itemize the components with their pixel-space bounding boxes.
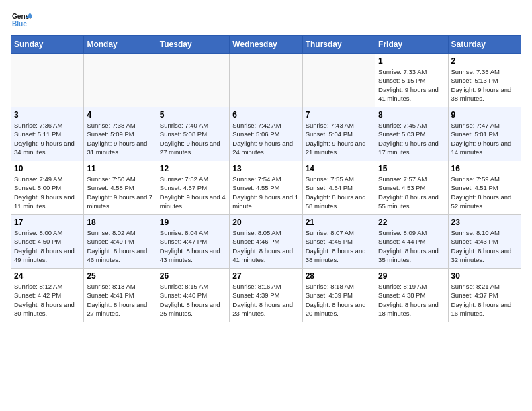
day-number: 9 bbox=[451, 110, 518, 120]
day-number: 6 bbox=[232, 110, 299, 120]
calendar-cell: 4Sunrise: 7:38 AM Sunset: 5:09 PM Daylig… bbox=[84, 107, 157, 161]
day-info: Sunrise: 7:54 AM Sunset: 4:55 PM Dayligh… bbox=[232, 175, 299, 210]
day-info: Sunrise: 8:18 AM Sunset: 4:39 PM Dayligh… bbox=[306, 282, 372, 318]
weekday-wednesday: Wednesday bbox=[230, 36, 302, 54]
day-info: Sunrise: 7:35 AM Sunset: 5:13 PM Dayligh… bbox=[451, 67, 518, 103]
calendar-cell: 26Sunrise: 8:15 AM Sunset: 4:40 PM Dayli… bbox=[157, 269, 229, 322]
calendar-cell: 5Sunrise: 7:40 AM Sunset: 5:08 PM Daylig… bbox=[157, 107, 229, 161]
calendar-cell: 8Sunrise: 7:45 AM Sunset: 5:03 PM Daylig… bbox=[375, 107, 448, 161]
day-number: 16 bbox=[451, 164, 518, 173]
calendar-cell: 9Sunrise: 7:47 AM Sunset: 5:01 PM Daylig… bbox=[448, 107, 521, 161]
day-number: 21 bbox=[306, 218, 372, 227]
calendar-body: 1Sunrise: 7:33 AM Sunset: 5:15 PM Daylig… bbox=[11, 54, 521, 322]
calendar-cell: 16Sunrise: 7:59 AM Sunset: 4:51 PM Dayli… bbox=[448, 161, 521, 215]
weekday-saturday: Saturday bbox=[448, 36, 521, 54]
day-info: Sunrise: 7:50 AM Sunset: 4:58 PM Dayligh… bbox=[87, 175, 153, 210]
weekday-header: SundayMondayTuesdayWednesdayThursdayFrid… bbox=[11, 36, 521, 54]
day-info: Sunrise: 8:15 AM Sunset: 4:40 PM Dayligh… bbox=[160, 282, 226, 318]
calendar-cell bbox=[230, 54, 302, 107]
weekday-friday: Friday bbox=[375, 36, 448, 54]
logo: General Blue bbox=[11, 11, 35, 30]
calendar-cell bbox=[84, 54, 157, 107]
day-info: Sunrise: 8:16 AM Sunset: 4:39 PM Dayligh… bbox=[232, 282, 299, 318]
day-info: Sunrise: 7:59 AM Sunset: 4:51 PM Dayligh… bbox=[451, 175, 518, 210]
day-info: Sunrise: 7:55 AM Sunset: 4:54 PM Dayligh… bbox=[306, 175, 372, 210]
calendar-cell bbox=[11, 54, 84, 107]
calendar-cell: 6Sunrise: 7:42 AM Sunset: 5:06 PM Daylig… bbox=[230, 107, 302, 161]
day-number: 17 bbox=[14, 218, 81, 227]
weekday-tuesday: Tuesday bbox=[157, 36, 229, 54]
day-info: Sunrise: 7:49 AM Sunset: 5:00 PM Dayligh… bbox=[14, 175, 81, 210]
calendar-cell: 27Sunrise: 8:16 AM Sunset: 4:39 PM Dayli… bbox=[230, 269, 302, 322]
calendar-cell: 1Sunrise: 7:33 AM Sunset: 5:15 PM Daylig… bbox=[375, 54, 448, 107]
day-number: 2 bbox=[451, 56, 518, 66]
calendar-cell: 29Sunrise: 8:19 AM Sunset: 4:38 PM Dayli… bbox=[375, 269, 448, 322]
day-number: 1 bbox=[378, 56, 445, 66]
day-info: Sunrise: 8:21 AM Sunset: 4:37 PM Dayligh… bbox=[451, 282, 518, 318]
calendar-cell: 14Sunrise: 7:55 AM Sunset: 4:54 PM Dayli… bbox=[302, 161, 375, 215]
calendar-cell bbox=[302, 54, 375, 107]
day-number: 7 bbox=[306, 110, 372, 120]
day-number: 14 bbox=[306, 164, 372, 173]
day-number: 4 bbox=[87, 110, 153, 120]
page-header: General Blue bbox=[11, 11, 521, 30]
day-info: Sunrise: 7:33 AM Sunset: 5:15 PM Dayligh… bbox=[378, 67, 445, 103]
day-number: 5 bbox=[160, 110, 226, 120]
calendar-cell: 19Sunrise: 8:04 AM Sunset: 4:47 PM Dayli… bbox=[157, 215, 229, 269]
day-number: 24 bbox=[14, 271, 81, 281]
day-info: Sunrise: 8:00 AM Sunset: 4:50 PM Dayligh… bbox=[14, 228, 81, 264]
day-number: 25 bbox=[87, 271, 153, 281]
day-info: Sunrise: 8:13 AM Sunset: 4:41 PM Dayligh… bbox=[87, 282, 153, 318]
day-info: Sunrise: 8:04 AM Sunset: 4:47 PM Dayligh… bbox=[160, 228, 226, 264]
week-row-1: 1Sunrise: 7:33 AM Sunset: 5:15 PM Daylig… bbox=[11, 54, 521, 107]
week-row-2: 3Sunrise: 7:36 AM Sunset: 5:11 PM Daylig… bbox=[11, 107, 521, 161]
calendar-cell: 11Sunrise: 7:50 AM Sunset: 4:58 PM Dayli… bbox=[84, 161, 157, 215]
calendar-cell: 3Sunrise: 7:36 AM Sunset: 5:11 PM Daylig… bbox=[11, 107, 84, 161]
calendar-cell: 2Sunrise: 7:35 AM Sunset: 5:13 PM Daylig… bbox=[448, 54, 521, 107]
day-number: 30 bbox=[451, 271, 518, 281]
calendar-cell: 12Sunrise: 7:52 AM Sunset: 4:57 PM Dayli… bbox=[157, 161, 229, 215]
calendar-cell: 25Sunrise: 8:13 AM Sunset: 4:41 PM Dayli… bbox=[84, 269, 157, 322]
day-number: 15 bbox=[378, 164, 445, 173]
day-number: 27 bbox=[232, 271, 299, 281]
day-info: Sunrise: 7:45 AM Sunset: 5:03 PM Dayligh… bbox=[378, 121, 445, 156]
day-number: 26 bbox=[160, 271, 226, 281]
calendar-cell: 30Sunrise: 8:21 AM Sunset: 4:37 PM Dayli… bbox=[448, 269, 521, 322]
day-number: 28 bbox=[306, 271, 372, 281]
day-number: 11 bbox=[87, 164, 153, 173]
day-number: 10 bbox=[14, 164, 81, 173]
day-info: Sunrise: 8:05 AM Sunset: 4:46 PM Dayligh… bbox=[232, 228, 299, 264]
day-info: Sunrise: 7:52 AM Sunset: 4:57 PM Dayligh… bbox=[160, 175, 226, 210]
calendar-cell: 24Sunrise: 8:12 AM Sunset: 4:42 PM Dayli… bbox=[11, 269, 84, 322]
weekday-thursday: Thursday bbox=[302, 36, 375, 54]
calendar-table: SundayMondayTuesdayWednesdayThursdayFrid… bbox=[11, 35, 521, 322]
week-row-5: 24Sunrise: 8:12 AM Sunset: 4:42 PM Dayli… bbox=[11, 269, 521, 322]
weekday-sunday: Sunday bbox=[11, 36, 84, 54]
svg-text:Blue: Blue bbox=[12, 20, 27, 28]
day-number: 23 bbox=[451, 218, 518, 227]
calendar-cell: 7Sunrise: 7:43 AM Sunset: 5:04 PM Daylig… bbox=[302, 107, 375, 161]
day-info: Sunrise: 8:10 AM Sunset: 4:43 PM Dayligh… bbox=[451, 228, 518, 264]
day-number: 13 bbox=[232, 164, 299, 173]
day-number: 18 bbox=[87, 218, 153, 227]
day-info: Sunrise: 7:47 AM Sunset: 5:01 PM Dayligh… bbox=[451, 121, 518, 156]
week-row-4: 17Sunrise: 8:00 AM Sunset: 4:50 PM Dayli… bbox=[11, 215, 521, 269]
calendar-cell bbox=[157, 54, 229, 107]
logo-icon: General Blue bbox=[11, 11, 32, 30]
day-number: 12 bbox=[160, 164, 226, 173]
day-info: Sunrise: 7:43 AM Sunset: 5:04 PM Dayligh… bbox=[306, 121, 372, 156]
calendar-cell: 22Sunrise: 8:09 AM Sunset: 4:44 PM Dayli… bbox=[375, 215, 448, 269]
day-info: Sunrise: 8:07 AM Sunset: 4:45 PM Dayligh… bbox=[306, 228, 372, 264]
calendar-cell: 18Sunrise: 8:02 AM Sunset: 4:49 PM Dayli… bbox=[84, 215, 157, 269]
day-info: Sunrise: 7:40 AM Sunset: 5:08 PM Dayligh… bbox=[160, 121, 226, 156]
calendar-cell: 15Sunrise: 7:57 AM Sunset: 4:53 PM Dayli… bbox=[375, 161, 448, 215]
day-info: Sunrise: 8:02 AM Sunset: 4:49 PM Dayligh… bbox=[87, 228, 153, 264]
calendar-cell: 13Sunrise: 7:54 AM Sunset: 4:55 PM Dayli… bbox=[230, 161, 302, 215]
calendar-cell: 21Sunrise: 8:07 AM Sunset: 4:45 PM Dayli… bbox=[302, 215, 375, 269]
day-info: Sunrise: 8:09 AM Sunset: 4:44 PM Dayligh… bbox=[378, 228, 445, 264]
week-row-3: 10Sunrise: 7:49 AM Sunset: 5:00 PM Dayli… bbox=[11, 161, 521, 215]
day-info: Sunrise: 7:42 AM Sunset: 5:06 PM Dayligh… bbox=[232, 121, 299, 156]
day-number: 20 bbox=[232, 218, 299, 227]
day-info: Sunrise: 7:38 AM Sunset: 5:09 PM Dayligh… bbox=[87, 121, 153, 156]
calendar-cell: 20Sunrise: 8:05 AM Sunset: 4:46 PM Dayli… bbox=[230, 215, 302, 269]
